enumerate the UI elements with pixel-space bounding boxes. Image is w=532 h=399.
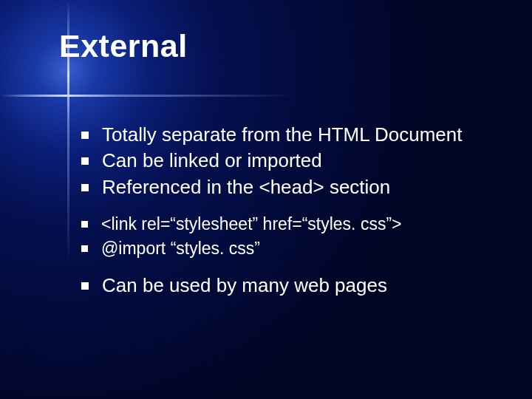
bullet-group: Can be used by many web pages: [81, 273, 502, 298]
list-item: Totally separate from the HTML Document: [81, 123, 502, 147]
list-item: Referenced in the <head> section: [81, 175, 502, 200]
slide-title: External: [59, 28, 188, 64]
bullet-group: <link rel=“stylesheet” href=“styles. css…: [81, 213, 502, 260]
slide: External Totally separate from the HTML …: [0, 0, 532, 399]
list-item: Can be used by many web pages: [81, 273, 502, 298]
list-item-text: Can be linked or imported: [102, 149, 502, 173]
square-bullet-icon: [81, 157, 89, 165]
list-item: <link rel=“stylesheet” href=“styles. css…: [81, 213, 502, 236]
list-item: @import “styles. css”: [81, 237, 502, 260]
list-item-text: Can be used by many web pages: [102, 273, 502, 298]
lens-flare-horizontal: [0, 95, 296, 97]
list-item-text: Referenced in the <head> section: [102, 175, 502, 200]
square-bullet-icon: [81, 245, 88, 252]
square-bullet-icon: [81, 132, 89, 139]
bullet-group: Totally separate from the HTML Document …: [81, 123, 502, 200]
square-bullet-icon: [81, 221, 88, 228]
square-bullet-icon: [81, 282, 89, 290]
list-item: Can be linked or imported: [81, 149, 502, 173]
square-bullet-icon: [81, 184, 89, 191]
list-item-text: Totally separate from the HTML Document: [102, 123, 502, 147]
slide-body: Totally separate from the HTML Document …: [81, 123, 502, 299]
list-item-text: <link rel=“stylesheet” href=“styles. css…: [101, 213, 502, 236]
list-item-text: @import “styles. css”: [101, 237, 502, 260]
